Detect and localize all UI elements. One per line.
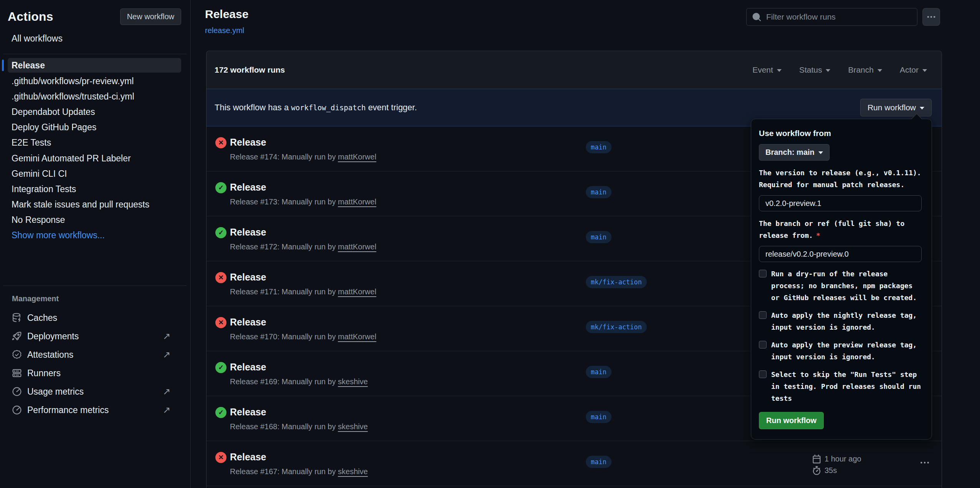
server-icon (12, 368, 22, 378)
checkbox[interactable] (759, 270, 767, 277)
management-item[interactable]: Caches ↗ (0, 309, 181, 327)
run-branch-badge[interactable]: main (586, 456, 611, 468)
run-status-icon (215, 227, 226, 238)
run-branch-badge[interactable]: main (586, 186, 611, 198)
run-title-link[interactable]: Release (230, 362, 266, 373)
sidebar-workflow-item[interactable]: Gemini CLI CI (0, 166, 181, 181)
run-actor-link[interactable]: skeshive (338, 422, 368, 431)
run-title-link[interactable]: Release (230, 451, 266, 463)
sidebar-workflow-item[interactable]: E2E Tests (0, 135, 181, 151)
run-status-icon (215, 272, 226, 283)
run-workflow-submit-button[interactable]: Run workflow (759, 412, 824, 429)
all-workflows-link[interactable]: All workflows (12, 33, 63, 44)
workflow-file-link[interactable]: release.yml (205, 26, 244, 35)
management-list: Caches ↗ Deployments ↗ Attestations ↗ Ru… (0, 309, 181, 419)
workflow-run-row: Release Release #167: Manually run by sk… (207, 441, 942, 486)
workflow-item-label: Deploy GitHub Pages (12, 122, 96, 133)
run-actor-link[interactable]: mattKorwel (338, 153, 376, 161)
version-input[interactable] (759, 195, 922, 211)
filter-label: Status (799, 65, 822, 75)
workflow-item-label: Mark stale issues and pull requests (12, 199, 149, 210)
management-heading: Management (12, 294, 59, 303)
page-more-options-button[interactable] (922, 8, 940, 26)
workflow-item-label: Show more workflows... (12, 230, 105, 241)
branch-select-button[interactable]: Branch: main (759, 144, 830, 161)
workflow-item-label: .github/workflows/trusted-ci.yml (12, 91, 134, 102)
run-actor-link[interactable]: skeshive (338, 467, 368, 476)
version-input-label: The version to release (e.g., v0.1.11). … (759, 167, 922, 191)
run-actor-link[interactable]: mattKorwel (338, 242, 376, 251)
run-actor-link[interactable]: mattKorwel (338, 332, 376, 341)
workflow-item-label: E2E Tests (12, 138, 51, 148)
ref-input-label: The branch or ref (full git sha) to rele… (759, 217, 922, 241)
runs-filter-dropdown[interactable]: Branch (848, 65, 882, 75)
run-actor-link[interactable]: skeshive (338, 377, 368, 386)
dropdown-checkbox-row: Auto apply the preview release tag, inpu… (759, 339, 922, 363)
runs-count: 172 workflow runs (215, 65, 285, 75)
management-item-label: Attestations (27, 350, 73, 360)
run-duration: 35s (825, 466, 837, 475)
run-title-link[interactable]: Release (230, 227, 266, 238)
sidebar-workflow-item[interactable]: .github/workflows/pr-review.yml (0, 73, 181, 89)
checkbox[interactable] (759, 311, 767, 319)
run-workflow-dropdown-panel: Use workflow from Branch: main The versi… (751, 119, 932, 440)
run-title-link[interactable]: Release (230, 182, 266, 193)
sidebar-workflow-item[interactable]: Show more workflows... (0, 228, 181, 243)
sidebar-workflow-item[interactable]: Integration Tests (0, 181, 181, 197)
run-branch-badge[interactable]: main (586, 231, 611, 243)
runs-filter-dropdown[interactable]: Event (752, 65, 782, 75)
management-item-label: Deployments (27, 331, 79, 342)
management-item[interactable]: Performance metrics ↗ (0, 401, 181, 419)
run-branch-badge[interactable]: main (586, 366, 611, 378)
run-actor-link[interactable]: mattKorwel (338, 198, 376, 206)
management-item[interactable]: Runners ↗ (0, 364, 181, 382)
run-branch-badge[interactable]: mk/fix-action (586, 321, 647, 333)
stopwatch-icon (812, 466, 821, 475)
run-more-options-button[interactable] (919, 457, 931, 470)
sidebar-workflow-item[interactable]: Mark stale issues and pull requests (0, 197, 181, 212)
run-branch-badge[interactable]: mk/fix-action (586, 276, 647, 288)
sidebar-workflow-item[interactable]: No Response (0, 212, 181, 228)
sidebar-workflow-item[interactable]: Dependabot Updates (0, 104, 181, 120)
run-actor-link[interactable]: mattKorwel (338, 287, 376, 296)
run-title-link[interactable]: Release (230, 407, 266, 418)
run-title-link[interactable]: Release (230, 272, 266, 283)
checkbox[interactable] (759, 341, 767, 349)
chevron-down-icon (878, 69, 882, 72)
cache-icon (12, 313, 22, 323)
filter-label: Branch (848, 65, 874, 75)
run-description: Release #171: Manually run by mattKorwel (230, 287, 376, 296)
sidebar-workflow-item[interactable]: .github/workflows/trusted-ci.yml (0, 89, 181, 104)
filter-workflow-runs-input[interactable] (766, 12, 912, 22)
new-workflow-button[interactable]: New workflow (120, 8, 181, 25)
sidebar-workflow-item[interactable]: Gemini Automated PR Labeler (0, 151, 181, 166)
run-description: Release #172: Manually run by mattKorwel (230, 242, 376, 251)
run-title-link[interactable]: Release (230, 137, 266, 148)
run-title-link[interactable]: Release (230, 317, 266, 328)
run-description: Release #170: Manually run by mattKorwel (230, 332, 376, 341)
run-branch-badge[interactable]: main (586, 141, 611, 153)
sidebar-workflow-item[interactable]: Deploy GitHub Pages (0, 120, 181, 135)
run-description: Release #167: Manually run by skeshive (230, 467, 368, 476)
checkbox[interactable] (759, 370, 767, 378)
management-item-label: Runners (27, 368, 61, 378)
workflow-item-label: Gemini Automated PR Labeler (12, 153, 131, 164)
filter-workflow-runs-box[interactable] (746, 8, 917, 26)
runs-filter-dropdown[interactable]: Actor (900, 65, 927, 75)
external-link-icon: ↗ (163, 386, 170, 397)
management-item[interactable]: Attestations ↗ (0, 345, 181, 364)
workflow-item-label: No Response (12, 215, 65, 225)
checkbox-label: Auto apply the preview release tag, inpu… (771, 339, 917, 363)
runs-filter-dropdown[interactable]: Status (799, 65, 831, 75)
dropdown-checkbox-row: Select to skip the "Run Tests" step in t… (759, 368, 922, 404)
sidebar-workflow-item[interactable]: Release (8, 58, 181, 73)
run-status-icon (215, 452, 226, 463)
run-branch-badge[interactable]: main (586, 411, 611, 423)
meter-icon (12, 387, 22, 397)
management-item-label: Caches (27, 313, 57, 323)
run-status-icon (215, 407, 226, 418)
ref-input[interactable] (759, 246, 922, 262)
checkbox-label: Select to skip the "Run Tests" step in t… (771, 368, 921, 404)
management-item[interactable]: Usage metrics ↗ (0, 382, 181, 401)
management-item[interactable]: Deployments ↗ (0, 327, 181, 345)
